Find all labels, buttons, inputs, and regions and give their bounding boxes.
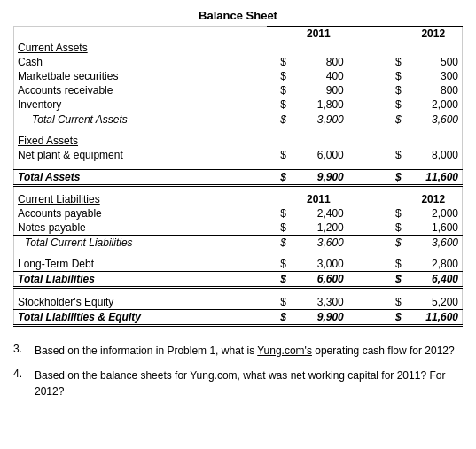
- equity-label: Stockholder's Equity: [14, 295, 267, 310]
- val2: 6,400: [405, 272, 463, 288]
- questions-section: 3. Based on the information in Problem 1…: [13, 343, 463, 399]
- spacer: [14, 250, 463, 257]
- sym1: $: [267, 97, 290, 112]
- current-liabilities-header-row: Current Liabilities 2011 2012: [14, 192, 463, 206]
- total-assets-label: Total Assets: [14, 169, 267, 185]
- liab-year-2011: 2011: [290, 192, 347, 206]
- question-3: 3. Based on the information in Problem 1…: [13, 343, 463, 359]
- sym1: $: [267, 295, 290, 310]
- val1: 1,800: [290, 97, 347, 112]
- val2: 11,600: [405, 169, 463, 185]
- total-liabilities-equity-row: Total Liabilities & Equity $ 9,900 $ 11,…: [14, 309, 463, 325]
- sym2: $: [382, 295, 405, 310]
- sym1: $: [267, 148, 290, 162]
- val1: 800: [290, 55, 347, 69]
- val1: 3,000: [290, 257, 347, 272]
- val2: 5,200: [405, 295, 463, 310]
- item-label: Net plant & equipment: [14, 148, 267, 162]
- val2: 1,600: [405, 221, 463, 236]
- val1: 6,600: [290, 272, 347, 288]
- sym2: $: [382, 112, 405, 128]
- item-label: Accounts payable: [14, 206, 267, 221]
- year-2011-header: 2011: [290, 27, 347, 42]
- val2: 800: [405, 83, 463, 97]
- question-4-text: Based on the balance sheets for Yung.com…: [35, 368, 463, 399]
- current-liabilities-label: Current Liabilities: [14, 192, 267, 206]
- spacer: [14, 127, 463, 134]
- val2: 2,000: [405, 97, 463, 112]
- sym2: $: [382, 206, 405, 221]
- item-label: Notes payable: [14, 221, 267, 236]
- table-row: Net plant & equipment $ 6,000 $ 8,000: [14, 148, 463, 162]
- val1: 400: [290, 69, 347, 83]
- val1: 2,400: [290, 206, 347, 221]
- question-3-text: Based on the information in Problem 1, w…: [35, 343, 455, 359]
- val1: 9,900: [290, 309, 347, 325]
- val2: 2,800: [405, 257, 463, 272]
- item-label: Accounts receivable: [14, 83, 267, 97]
- val2: 11,600: [405, 309, 463, 325]
- yungcom-link[interactable]: Yung.com's: [257, 344, 312, 357]
- sym2: $: [382, 169, 405, 185]
- fixed-assets-header-row: Fixed Assets: [14, 134, 463, 148]
- sym2: $: [382, 221, 405, 236]
- question-4-number: 4.: [13, 368, 29, 399]
- val1: 900: [290, 83, 347, 97]
- question-4: 4. Based on the balance sheets for Yung.…: [13, 368, 463, 399]
- year-2012-header: 2012: [405, 27, 463, 42]
- sym2: $: [382, 55, 405, 69]
- spacer: [14, 162, 463, 169]
- total-assets-row: Total Assets $ 9,900 $ 11,600: [14, 169, 463, 185]
- total-current-assets-label: Total Current Assets: [14, 112, 267, 128]
- val1: 9,900: [290, 169, 347, 185]
- stockholders-equity-row: Stockholder's Equity $ 3,300 $ 5,200: [14, 295, 463, 310]
- sym2: $: [382, 257, 405, 272]
- current-assets-label: Current Assets: [14, 41, 267, 55]
- sym1: $: [267, 257, 290, 272]
- table-row: Accounts receivable $ 900 $ 800: [14, 83, 463, 97]
- spacer: [14, 185, 463, 192]
- sym1: $: [267, 221, 290, 236]
- val2: 2,000: [405, 206, 463, 221]
- total-current-liabilities-row: Total Current Liabilities $ 3,600 $ 3,60…: [14, 236, 463, 251]
- question-3-number: 3.: [13, 343, 29, 359]
- sym1: $: [267, 55, 290, 69]
- table-row: Accounts payable $ 2,400 $ 2,000: [14, 206, 463, 221]
- total-liab-equity-label: Total Liabilities & Equity: [14, 309, 267, 325]
- table-row: Notes payable $ 1,200 $ 1,600: [14, 221, 463, 236]
- balance-sheet-title: Balance Sheet: [13, 9, 463, 22]
- val2: 500: [405, 55, 463, 69]
- item-label: Long-Term Debt: [14, 257, 267, 272]
- sym2: $: [382, 272, 405, 288]
- total-liab-label: Total Liabilities: [14, 272, 267, 288]
- val1: 3,300: [290, 295, 347, 310]
- item-label: Cash: [14, 55, 267, 69]
- sym1: $: [267, 206, 290, 221]
- val1: 1,200: [290, 221, 347, 236]
- table-row: Marketbale securities $ 400 $ 300: [14, 69, 463, 83]
- val2: 3,600: [405, 236, 463, 251]
- sym1: $: [267, 83, 290, 97]
- sym2: $: [382, 236, 405, 251]
- header-label-empty: [14, 27, 267, 42]
- table-row: Cash $ 800 $ 500: [14, 55, 463, 69]
- val2: 3,600: [405, 112, 463, 128]
- sym1: $: [267, 69, 290, 83]
- current-assets-header-row: Current Assets: [14, 41, 463, 55]
- sym1: $: [267, 236, 290, 251]
- sym2: $: [382, 69, 405, 83]
- sym2: $: [382, 83, 405, 97]
- val2: 8,000: [405, 148, 463, 162]
- spacer: [14, 288, 463, 295]
- total-current-assets-row: Total Current Assets $ 3,900 $ 3,600: [14, 112, 463, 128]
- val1: 3,900: [290, 112, 347, 128]
- sym1: $: [267, 272, 290, 288]
- item-label: Inventory: [14, 97, 267, 112]
- sym2: $: [382, 309, 405, 325]
- year-header-row: 2011 2012: [14, 27, 463, 42]
- total-current-liab-label: Total Current Liabilities: [14, 236, 267, 251]
- fixed-assets-label: Fixed Assets: [14, 134, 267, 148]
- liab-year-2012: 2012: [405, 192, 463, 206]
- table-row: Long-Term Debt $ 3,000 $ 2,800: [14, 257, 463, 272]
- sym1: $: [267, 169, 290, 185]
